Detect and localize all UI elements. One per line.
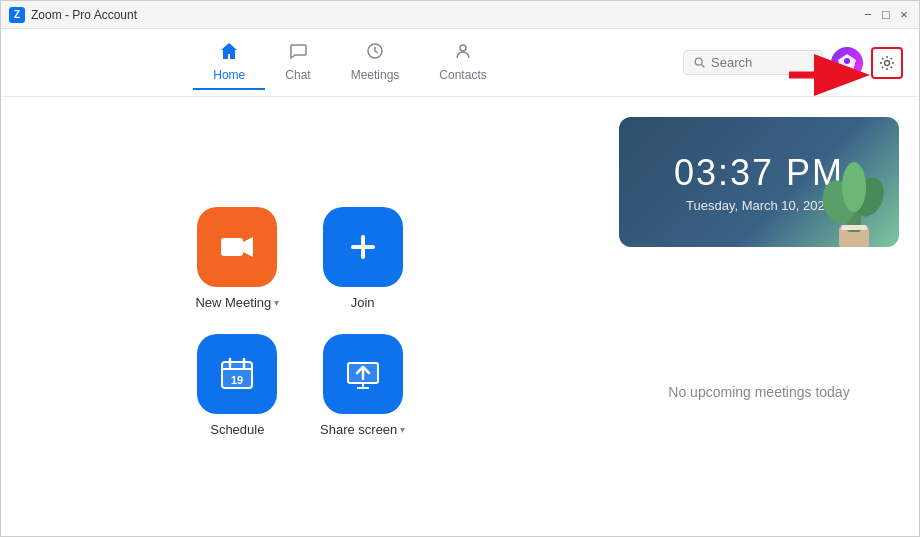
- svg-marker-8: [243, 237, 253, 257]
- join-button[interactable]: [323, 207, 403, 287]
- new-meeting-label: New Meeting ▾: [195, 295, 279, 310]
- share-screen-arrow: ▾: [400, 424, 405, 435]
- chat-icon: [288, 41, 308, 66]
- search-icon: [694, 56, 705, 69]
- window-controls: − □ ×: [861, 8, 911, 22]
- contacts-icon: [453, 41, 473, 66]
- minimize-button[interactable]: −: [861, 8, 875, 22]
- tab-meetings[interactable]: Meetings: [331, 35, 420, 90]
- svg-rect-25: [841, 225, 867, 230]
- schedule-button[interactable]: 19: [197, 334, 277, 414]
- tab-contacts-label: Contacts: [439, 68, 486, 82]
- settings-icon: [879, 55, 895, 71]
- nav-right: [683, 47, 903, 79]
- new-meeting-item[interactable]: New Meeting ▾: [195, 207, 280, 310]
- new-meeting-arrow: ▾: [274, 297, 279, 308]
- schedule-label: Schedule: [210, 422, 264, 437]
- maximize-button[interactable]: □: [879, 8, 893, 22]
- tab-contacts[interactable]: Contacts: [419, 35, 506, 90]
- share-screen-item[interactable]: Share screen ▾: [320, 334, 405, 437]
- window-title: Zoom - Pro Account: [31, 8, 861, 22]
- tab-home-label: Home: [213, 68, 245, 82]
- title-bar: Z Zoom - Pro Account − □ ×: [1, 1, 919, 29]
- tab-home[interactable]: Home: [193, 35, 265, 90]
- svg-text:19: 19: [231, 374, 243, 386]
- svg-point-1: [460, 45, 466, 51]
- schedule-item[interactable]: 19 Schedule: [195, 334, 280, 437]
- app-icon: Z: [9, 7, 25, 23]
- left-panel: New Meeting ▾ Join: [1, 97, 599, 536]
- share-screen-button[interactable]: [323, 334, 403, 414]
- clock-card: 03:37 PM Tuesday, March 10, 2020: [619, 117, 899, 247]
- plus-icon: [345, 229, 381, 265]
- share-screen-icon: [346, 357, 380, 391]
- svg-point-5: [844, 58, 850, 64]
- svg-point-2: [695, 58, 702, 65]
- nav-tabs: Home Chat Meetings: [17, 35, 683, 90]
- svg-point-6: [885, 60, 890, 65]
- no-meetings-text: No upcoming meetings today: [668, 384, 849, 400]
- clock-date: Tuesday, March 10, 2020: [686, 198, 832, 213]
- navbar: Home Chat Meetings: [1, 29, 919, 97]
- meetings-icon: [365, 41, 385, 66]
- tab-chat-label: Chat: [285, 68, 310, 82]
- search-box[interactable]: [683, 50, 823, 75]
- right-panel: 03:37 PM Tuesday, March 10, 2020 No upco…: [599, 97, 919, 536]
- new-meeting-button[interactable]: [197, 207, 277, 287]
- share-screen-label: Share screen ▾: [320, 422, 405, 437]
- join-item[interactable]: Join: [320, 207, 405, 310]
- calendar-icon: 19: [220, 357, 254, 391]
- avatar[interactable]: [831, 47, 863, 79]
- main-content: New Meeting ▾ Join: [1, 97, 919, 536]
- action-grid: New Meeting ▾ Join: [195, 207, 406, 437]
- close-button[interactable]: ×: [897, 8, 911, 22]
- plant-decoration: [819, 157, 889, 247]
- join-label: Join: [351, 295, 375, 310]
- avatar-icon: [836, 52, 858, 74]
- app-window: Z Zoom - Pro Account − □ × Home: [0, 0, 920, 537]
- video-icon: [219, 229, 255, 265]
- svg-point-24: [842, 162, 866, 212]
- svg-line-3: [701, 64, 704, 67]
- home-icon: [219, 41, 239, 66]
- tab-meetings-label: Meetings: [351, 68, 400, 82]
- tab-chat[interactable]: Chat: [265, 35, 330, 90]
- svg-rect-7: [221, 238, 243, 256]
- settings-button[interactable]: [871, 47, 903, 79]
- search-input[interactable]: [711, 55, 812, 70]
- no-meetings: No upcoming meetings today: [619, 267, 899, 516]
